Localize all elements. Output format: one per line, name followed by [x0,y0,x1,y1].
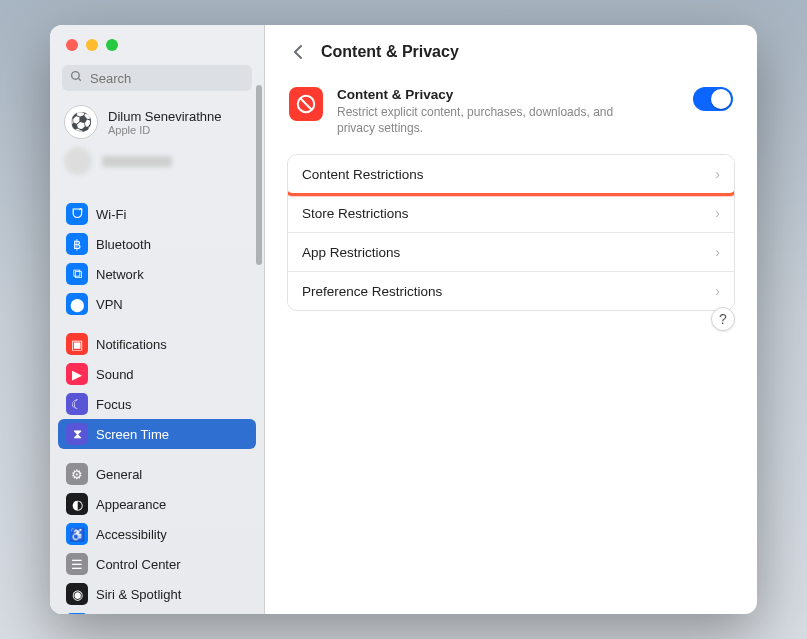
sidebar-item-wi-fi[interactable]: ᗜ̂Wi-Fi [58,199,256,229]
scrollbar[interactable] [256,85,262,265]
content-privacy-icon [289,87,323,121]
help-button[interactable]: ? [711,307,735,331]
content-pane: Content & Privacy Content & Privacy Rest… [265,25,757,614]
sidebar-nav: ᗜ̂Wi-Fi฿Bluetooth⧉Network⬤VPN▣Notificati… [50,185,264,614]
sidebar: ⚽ Dilum Senevirathne Apple ID ᗜ̂Wi-Fi฿Bl… [50,25,265,614]
list-row-content-restrictions[interactable]: Content Restrictions› [288,155,734,194]
card-title: Content & Privacy [337,87,679,102]
list-row-app-restrictions[interactable]: App Restrictions› [288,233,734,272]
card-desc: Restrict explicit content, purchases, do… [337,104,637,136]
family-avatar [64,147,92,175]
content-privacy-toggle[interactable] [693,87,733,111]
search-box [62,65,252,91]
avatar: ⚽ [64,105,98,139]
sidebar-item-label: Siri & Spotlight [96,587,181,602]
user-sub: Apple ID [108,124,221,136]
restrictions-list: Content Restrictions›Store Restrictions›… [287,154,735,311]
sidebar-item-focus[interactable]: ☾Focus [58,389,256,419]
minimize-traffic-light[interactable] [86,39,98,51]
sidebar-item-network[interactable]: ⧉Network [58,259,256,289]
sidebar-item-label: Appearance [96,497,166,512]
sidebar-item-label: Accessibility [96,527,167,542]
wi-fi-icon: ᗜ̂ [66,203,88,225]
search-icon [70,70,83,86]
notifications-icon: ▣ [66,333,88,355]
svg-point-0 [72,72,80,80]
sidebar-item-label: Screen Time [96,427,169,442]
chevron-right-icon: › [715,205,720,221]
family-name-redacted [102,156,172,167]
family-row[interactable] [50,145,264,185]
sidebar-item-label: Bluetooth [96,237,151,252]
sidebar-item-privacy-security[interactable]: ✋Privacy & Security [58,609,256,614]
apple-id-row[interactable]: ⚽ Dilum Senevirathne Apple ID [50,101,264,145]
zoom-traffic-light[interactable] [106,39,118,51]
search-input[interactable] [62,65,252,91]
list-row-label: App Restrictions [302,245,400,260]
page-title: Content & Privacy [321,43,459,61]
focus-icon: ☾ [66,393,88,415]
list-row-label: Preference Restrictions [302,284,442,299]
toggle-knob [711,89,731,109]
sound-icon: ▶ [66,363,88,385]
appearance-icon: ◐ [66,493,88,515]
sidebar-item-label: Sound [96,367,134,382]
bluetooth-icon: ฿ [66,233,88,255]
sidebar-item-label: Control Center [96,557,181,572]
content-privacy-card: Content & Privacy Restrict explicit cont… [287,77,735,154]
accessibility-icon: ♿ [66,523,88,545]
chevron-right-icon: › [715,166,720,182]
screen-time-icon: ⧗ [66,423,88,445]
sidebar-item-vpn[interactable]: ⬤VPN [58,289,256,319]
sidebar-item-label: General [96,467,142,482]
network-icon: ⧉ [66,263,88,285]
content-header: Content & Privacy [287,37,735,77]
sidebar-item-label: VPN [96,297,123,312]
general-icon: ⚙ [66,463,88,485]
sidebar-item-siri-spotlight[interactable]: ◉Siri & Spotlight [58,579,256,609]
siri-spotlight-icon: ◉ [66,583,88,605]
user-name: Dilum Senevirathne [108,109,221,124]
window-controls [50,25,264,51]
chevron-right-icon: › [715,244,720,260]
list-row-store-restrictions[interactable]: Store Restrictions› [288,194,734,233]
sidebar-item-label: Wi-Fi [96,207,126,222]
sidebar-item-label: Network [96,267,144,282]
control-center-icon: ☰ [66,553,88,575]
list-row-preference-restrictions[interactable]: Preference Restrictions› [288,272,734,310]
sidebar-item-notifications[interactable]: ▣Notifications [58,329,256,359]
sidebar-item-sound[interactable]: ▶Sound [58,359,256,389]
list-row-label: Content Restrictions [302,167,424,182]
sidebar-item-label: Focus [96,397,131,412]
sidebar-item-bluetooth[interactable]: ฿Bluetooth [58,229,256,259]
sidebar-item-label: Notifications [96,337,167,352]
sidebar-item-control-center[interactable]: ☰Control Center [58,549,256,579]
vpn-icon: ⬤ [66,293,88,315]
sidebar-item-general[interactable]: ⚙General [58,459,256,489]
back-button[interactable] [287,41,309,63]
sidebar-item-screen-time[interactable]: ⧗Screen Time [58,419,256,449]
list-row-label: Store Restrictions [302,206,409,221]
sidebar-item-appearance[interactable]: ◐Appearance [58,489,256,519]
svg-line-1 [78,78,81,81]
privacy-security-icon: ✋ [66,613,88,614]
close-traffic-light[interactable] [66,39,78,51]
settings-window: ⚽ Dilum Senevirathne Apple ID ᗜ̂Wi-Fi฿Bl… [50,25,757,614]
chevron-right-icon: › [715,283,720,299]
sidebar-item-accessibility[interactable]: ♿Accessibility [58,519,256,549]
svg-line-3 [300,98,312,110]
